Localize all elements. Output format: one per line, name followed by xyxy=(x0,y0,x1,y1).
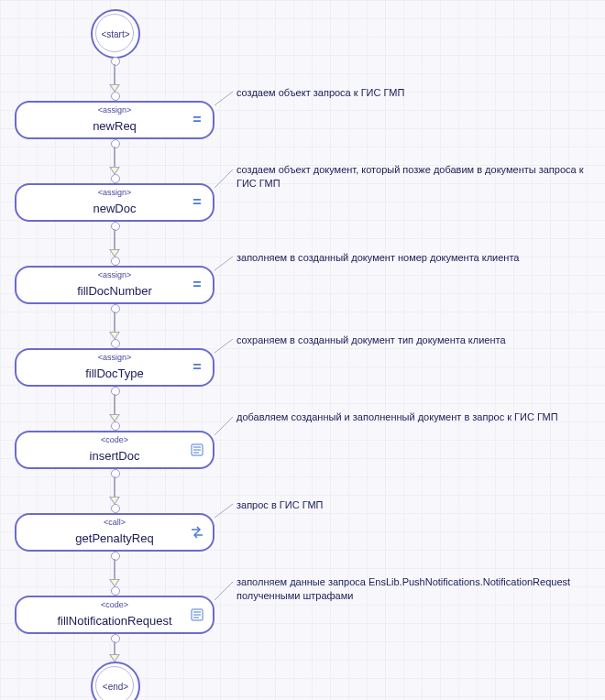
code-icon xyxy=(191,443,204,456)
node-type: <code> xyxy=(16,600,213,609)
node-name: fillDocNumber xyxy=(16,284,213,298)
annotation: заполняем в созданный документ номер док… xyxy=(236,251,519,265)
node-name: insertDoc xyxy=(16,449,213,463)
assign-icon: = xyxy=(191,196,204,209)
svg-line-13 xyxy=(214,339,233,353)
svg-line-15 xyxy=(214,504,233,518)
svg-line-14 xyxy=(214,417,233,435)
assign-icon: = xyxy=(191,114,204,126)
node-type: <assign> xyxy=(16,105,213,115)
annotation: запрос в ГИС ГМП xyxy=(236,498,323,512)
end-node[interactable]: <end> xyxy=(91,662,140,700)
node-name: newReq xyxy=(16,119,213,133)
svg-line-10 xyxy=(214,92,233,105)
node-fillNotificationRequest[interactable]: <code> fillNotificationRequest xyxy=(15,596,214,634)
node-name: getPenaltyReq xyxy=(16,531,213,545)
node-type: <assign> xyxy=(16,188,213,197)
node-type: <call> xyxy=(16,518,213,527)
code-icon xyxy=(191,608,204,621)
annotation: создаем объект документ, который позже д… xyxy=(236,163,585,191)
node-name: fillDocType xyxy=(16,366,213,380)
diagram-canvas: <start> <assign> newReq = создаем объект… xyxy=(0,0,605,700)
node-name: fillNotificationRequest xyxy=(16,614,213,628)
node-name: newDoc xyxy=(16,202,213,215)
annotation: сохраняем в созданный документ тип докум… xyxy=(236,334,506,347)
annotation: заполняем данные запроса EnsLib.PushNoti… xyxy=(236,575,585,603)
node-insertDoc[interactable]: <code> insertDoc xyxy=(15,431,214,469)
start-node[interactable]: <start> xyxy=(91,9,140,59)
svg-line-16 xyxy=(214,582,233,600)
node-type: <code> xyxy=(16,435,213,444)
annotation: создаем объект запроса к ГИС ГМП xyxy=(236,86,404,100)
node-fillDocType[interactable]: <assign> fillDocType = xyxy=(15,348,214,387)
node-newDoc[interactable]: <assign> newDoc = xyxy=(15,183,214,222)
svg-line-11 xyxy=(214,170,233,188)
assign-icon: = xyxy=(191,279,204,291)
node-type: <assign> xyxy=(16,270,213,279)
node-type: <assign> xyxy=(16,353,213,362)
svg-line-12 xyxy=(214,257,233,270)
assign-icon: = xyxy=(191,361,204,374)
node-newReq[interactable]: <assign> newReq = xyxy=(15,101,214,139)
annotation: добавляем созданный и заполненный докуме… xyxy=(236,410,558,424)
call-icon xyxy=(191,526,204,539)
node-getPenaltyReq[interactable]: <call> getPenaltyReq xyxy=(15,513,214,552)
node-fillDocNumber[interactable]: <assign> fillDocNumber = xyxy=(15,266,214,304)
